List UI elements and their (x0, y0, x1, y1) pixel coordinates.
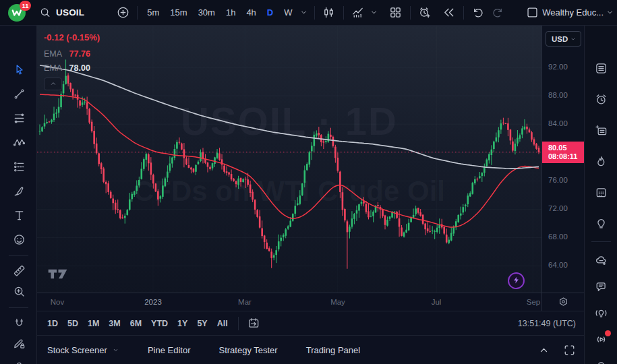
panel-controls (535, 336, 577, 364)
xabcd-pattern-icon (13, 136, 26, 152)
boost-button[interactable] (508, 272, 525, 289)
notes-button[interactable] (593, 123, 610, 140)
lightbulb-icon (595, 217, 608, 233)
time-axis[interactable]: Nov 2023 Mar May Jul Sep (37, 293, 584, 311)
streams-button[interactable] (593, 332, 610, 349)
top-toolbar: 11 USOIL 5m 15m 30m 1h 4h D W (0, 0, 617, 26)
tool-brush-button[interactable] (11, 184, 27, 200)
indicator-row-ema-slow[interactable]: EMA 78.00 (44, 63, 100, 73)
toolbar-separator (314, 6, 315, 20)
indicator-templates-chevron-icon[interactable] (368, 3, 380, 23)
layout-grid-button[interactable] (386, 3, 406, 23)
alerts-button[interactable] (593, 92, 610, 109)
edit-lock-icon (13, 337, 26, 353)
maximize-panel-button[interactable] (561, 342, 577, 359)
text-tool-icon (13, 209, 26, 224)
tool-measure-button[interactable] (11, 264, 27, 280)
indicators-button[interactable] (348, 3, 368, 23)
tool-zoom-in-button[interactable] (11, 284, 27, 301)
live-bulb-icon (595, 307, 608, 322)
magnet-mode-button[interactable] (11, 316, 27, 332)
timeframe-5m-button[interactable]: 5m (142, 4, 165, 21)
tab-strategy-tester[interactable]: Strategy Tester (218, 345, 277, 355)
redo-button[interactable] (488, 3, 508, 23)
layout-name[interactable]: Wealthy Educ... (542, 7, 604, 18)
timeframe-group: 5m 15m 30m 1h 4h D W (142, 3, 310, 23)
tradingview-logo-icon[interactable] (47, 267, 69, 284)
timeframe-1h-button[interactable]: 1h (221, 4, 241, 21)
undo-button[interactable] (468, 3, 488, 23)
timeframe-4h-button[interactable]: 4h (241, 4, 261, 21)
indicator-row-ema-fast[interactable]: EMA 77.76 (44, 49, 100, 59)
create-alert-button[interactable] (415, 3, 435, 23)
range-1m-button[interactable]: 1M (83, 315, 104, 332)
toolbar-separator (137, 6, 138, 20)
emoji-icon (13, 233, 26, 249)
watchlist-button[interactable] (593, 61, 610, 78)
tool-cursor-button[interactable] (11, 63, 27, 79)
tab-stock-screener[interactable]: Stock Screener (47, 345, 119, 355)
chart-settings-gear-button[interactable] (555, 295, 571, 310)
notifications-button[interactable] (593, 360, 610, 364)
price-tick: 84.00 (548, 119, 568, 129)
legend-collapse-button[interactable] (44, 78, 62, 90)
chart-style-button[interactable] (319, 3, 339, 23)
tool-fib-retracement-button[interactable] (11, 111, 27, 127)
tab-label: Stock Screener (47, 345, 107, 355)
timeframe-menu-chevron-icon[interactable] (298, 3, 310, 23)
calendar-button[interactable] (593, 185, 610, 202)
tool-forecast-button[interactable] (11, 160, 27, 176)
chart-canvas[interactable] (37, 26, 541, 293)
timeframe-30m-button[interactable]: 30m (193, 4, 221, 21)
brush-icon (13, 185, 26, 200)
add-symbol-button[interactable] (113, 3, 133, 23)
go-to-date-button[interactable] (244, 313, 264, 334)
ideas-button[interactable] (593, 216, 610, 233)
minds-button[interactable] (593, 253, 610, 270)
server-clock[interactable]: 13:51:49 (UTC) (518, 319, 576, 328)
axis-separator (541, 293, 542, 311)
price-axis[interactable]: USD 92.00 88.00 84.00 76.00 72.00 68.00 … (541, 26, 584, 293)
symbol-search-button[interactable]: USOIL (39, 3, 84, 23)
save-layout-icon[interactable] (522, 3, 542, 23)
range-all-button[interactable]: All (212, 315, 233, 332)
tool-text-button[interactable] (11, 208, 27, 224)
range-3m-button[interactable]: 3M (104, 315, 125, 332)
tool-trend-line-button[interactable] (11, 87, 27, 103)
drawing-edit-lock-button[interactable] (11, 336, 27, 353)
bar-replay-button[interactable] (439, 3, 459, 23)
tool-xabcd-pattern-button[interactable] (11, 135, 27, 152)
chart-pane: USOIL · 1D CFDs on WTI Crude Oil -0.12 (… (37, 26, 584, 293)
toolbar-divider (591, 241, 611, 242)
range-1d-button[interactable]: 1D (42, 315, 63, 332)
chat-button[interactable] (593, 280, 610, 297)
tool-emoji-button[interactable] (11, 233, 27, 249)
timeframe-15m-button[interactable]: 15m (165, 4, 192, 21)
time-tick: Mar (238, 298, 252, 306)
symbol-name: USOIL (56, 7, 84, 18)
price-tick: 64.00 (548, 261, 568, 270)
currency-selector[interactable]: USD (546, 31, 581, 47)
live-indicator-dot (605, 330, 611, 336)
live-ideas-button[interactable] (593, 306, 610, 323)
timeframe-1d-button[interactable]: D (262, 4, 278, 21)
range-5y-button[interactable]: 5Y (192, 315, 212, 332)
range-1y-button[interactable]: 1Y (173, 315, 192, 332)
range-6m-button[interactable]: 6M (125, 315, 146, 332)
main-menu-button[interactable]: 11 (0, 0, 35, 26)
thought-cloud-icon (595, 254, 608, 270)
range-ytd-button[interactable]: YTD (146, 315, 173, 332)
timeframe-1w-button[interactable]: W (278, 4, 297, 21)
chat-icon (595, 280, 608, 296)
tab-trading-panel[interactable]: Trading Panel (306, 345, 360, 355)
date-range-bar: 1D 5D 1M 3M 6M YTD 1Y 5Y All 13:51:49 (U… (37, 311, 584, 335)
range-5d-button[interactable]: 5D (63, 315, 83, 332)
tab-pine-editor[interactable]: Pine Editor (148, 345, 191, 355)
lock-all-drawings-button[interactable] (11, 360, 27, 364)
zoom-in-icon (13, 285, 26, 301)
chart-legend: -0.12 (-0.15%) EMA 77.76 EMA 78.00 (44, 32, 100, 90)
layout-menu-chevron-icon[interactable] (604, 3, 616, 23)
expand-panel-button[interactable] (535, 342, 552, 359)
hotlists-button[interactable] (593, 154, 610, 171)
search-icon (39, 3, 51, 23)
